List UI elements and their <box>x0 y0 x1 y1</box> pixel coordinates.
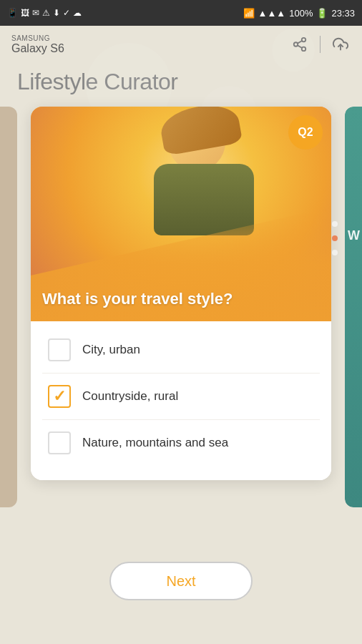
option-city[interactable]: City, urban <box>42 327 320 374</box>
cloud-icon: ☁ <box>73 8 82 18</box>
upload-button[interactable] <box>331 34 351 54</box>
svg-line-4 <box>298 41 302 44</box>
option-countryside[interactable]: ✓ Countryside, rural <box>42 374 320 420</box>
brand: SAMSUNG Galaxy S6 <box>11 34 64 55</box>
battery-icon: 🔋 <box>316 8 328 19</box>
top-bar: SAMSUNG Galaxy S6 <box>0 26 362 63</box>
checkbox-countryside[interactable]: ✓ <box>48 385 71 408</box>
right-card-text: W <box>348 228 360 243</box>
brand-galaxy: Galaxy S6 <box>11 42 64 55</box>
phone-icon: 📱 <box>7 8 18 18</box>
status-bar-right: 📶 ▲▲▲ 100% 🔋 23:33 <box>243 8 355 19</box>
nav-dot-2 <box>332 235 338 241</box>
checkmark-icon: ✓ <box>53 389 66 404</box>
brand-samsung: SAMSUNG <box>11 34 64 42</box>
option-nature-label: Nature, mountains and sea <box>82 435 228 451</box>
option-city-label: City, urban <box>82 342 140 358</box>
share-button[interactable] <box>290 34 310 54</box>
option-nature[interactable]: Nature, mountains and sea <box>42 420 320 466</box>
main-card: Q2 What is your travel style? City, urba… <box>31 107 331 480</box>
download-icon: ⬇ <box>53 8 60 18</box>
mail-icon: ✉ <box>32 8 39 18</box>
check-icon: ✓ <box>63 8 70 18</box>
checkbox-city[interactable] <box>48 338 71 361</box>
question-text: What is your travel style? <box>42 289 320 310</box>
checkbox-nature[interactable] <box>48 431 71 454</box>
nav-dot-3 <box>332 250 338 255</box>
wifi-icon: 📶 <box>243 8 255 19</box>
nav-dots <box>332 221 338 255</box>
top-bar-icons <box>290 34 351 54</box>
media-icon: 🖼 <box>21 8 29 18</box>
nav-dot-1 <box>332 221 338 227</box>
divider <box>320 36 321 53</box>
q-badge: Q2 <box>288 115 323 150</box>
status-bar-left: 📱 🖼 ✉ ⚠ ⬇ ✓ ☁ <box>7 8 82 18</box>
battery-percent: 100% <box>289 8 313 19</box>
next-button[interactable]: Next <box>109 562 253 600</box>
notification-icon: ⚠ <box>42 8 50 18</box>
cards-area: W Q2 <box>0 107 362 550</box>
card-right-inner <box>345 107 362 507</box>
card-image: Q2 What is your travel style? <box>31 107 331 321</box>
card-left-peek <box>0 107 17 507</box>
svg-point-2 <box>302 47 306 52</box>
page-title: Lifestyle Curator <box>0 63 362 107</box>
status-bar: 📱 🖼 ✉ ⚠ ⬇ ✓ ☁ 📶 ▲▲▲ 100% 🔋 23:33 <box>0 0 362 26</box>
options-area: City, urban ✓ Countryside, rural Nature,… <box>31 321 331 480</box>
card-right-peek: W <box>345 107 362 507</box>
svg-point-1 <box>294 42 298 47</box>
svg-line-3 <box>298 45 302 48</box>
svg-point-0 <box>302 38 306 42</box>
next-btn-area: Next <box>0 550 362 618</box>
signal-icon: ▲▲▲ <box>258 8 286 19</box>
option-countryside-label: Countryside, rural <box>82 389 178 404</box>
clock: 23:33 <box>331 8 355 19</box>
